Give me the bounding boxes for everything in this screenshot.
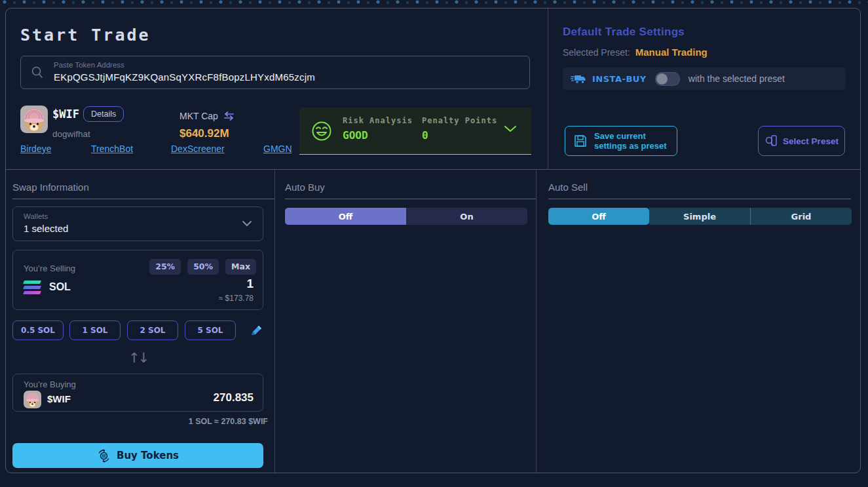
risk-analysis-label: Risk Analysis [343, 116, 413, 125]
truck-icon [571, 73, 586, 85]
auto-sell-segmented-control: Off Simple Grid [548, 208, 852, 225]
insta-buy-toggle[interactable] [655, 72, 680, 86]
chevron-down-icon[interactable] [504, 125, 517, 133]
chip-25[interactable]: 25% [149, 259, 181, 275]
quick-amount-0.5sol[interactable]: 0.5 SOL [12, 321, 64, 340]
auto-sell-grid[interactable]: Grid [750, 208, 852, 225]
selected-preset-value: Manual Trading [635, 47, 708, 58]
link-dexscreener[interactable]: DexScreener [171, 144, 225, 154]
buy-tokens-label: Buy Tokens [117, 450, 179, 461]
toggle-knob [656, 73, 668, 85]
auto-sell-section: Auto Sell Off Simple Grid [537, 170, 860, 473]
selling-label: You’re Selling [24, 263, 75, 273]
sell-amount-value[interactable]: 1 [246, 277, 254, 291]
pencil-icon[interactable] [249, 323, 263, 338]
insta-buy-suffix: with the selected preset [689, 73, 785, 84]
default-trade-settings-section: Default Trade Settings Selected Preset:M… [548, 9, 860, 169]
token-avatar [20, 106, 48, 133]
save-button-label: Save current settings as preset [594, 131, 667, 151]
wallets-label: Wallets [24, 212, 48, 220]
auto-buy-off[interactable]: Off [285, 208, 406, 225]
auto-sell-off[interactable]: Off [548, 208, 649, 225]
auto-buy-header: Auto Buy [285, 182, 536, 199]
quick-amount-2sol[interactable]: 2 SOL [127, 321, 178, 340]
risk-analysis-value: GOOD [343, 129, 413, 142]
link-gmgn[interactable]: GMGN [263, 144, 292, 154]
selected-preset: Selected Preset:Manual Trading [563, 47, 708, 58]
mkt-cap-text: MKT Cap [179, 111, 218, 121]
insta-buy-row: INSTA-BUY with the selected preset [563, 68, 846, 90]
sell-percent-chips: 25% 50% Max [149, 259, 256, 275]
swap-information-section: Swap Information Wallets 1 selected You’… [6, 170, 274, 473]
quick-amount-1sol[interactable]: 1 SOL [69, 321, 121, 340]
token-address-value: EKpQGSJtjMFqKZ9KQanSqYXRcF8fBopzLHYxdM65… [54, 71, 315, 83]
smiley-icon [311, 120, 333, 142]
save-button-line2: settings as preset [594, 141, 667, 151]
save-icon [573, 134, 588, 148]
start-trade-section: Start Trade Paste Token Address EKpQGSJt… [6, 9, 548, 169]
penalty-points-label: Penalty Points [422, 116, 497, 125]
buying-label: You’re Buying [24, 380, 76, 389]
token-address-input[interactable]: Paste Token Address EKpQGSJtjMFqKZ9KQanS… [20, 56, 530, 89]
external-links: Birdeye TrenchBot DexScreener GMGN [20, 144, 295, 157]
token-symbol: $WIF [52, 107, 79, 121]
section-title: Default Trade Settings [563, 26, 685, 39]
wallets-dropdown[interactable]: Wallets 1 selected [12, 206, 263, 241]
coin-swap-icon [97, 449, 111, 463]
quick-amount-row: 0.5 SOL 1 SOL 2 SOL 5 SOL [12, 321, 263, 340]
select-preset-button[interactable]: Select Preset [758, 126, 845, 156]
risk-analysis-block: Risk Analysis GOOD [343, 116, 413, 142]
exchange-rate: 1 SOL ≈ 270.83 $WIF [189, 417, 268, 426]
link-trenchbot[interactable]: TrenchBot [91, 144, 133, 154]
top-row: Start Trade Paste Token Address EKpQGSJt… [6, 9, 860, 170]
chip-max[interactable]: Max [225, 259, 256, 275]
select-preset-label: Select Preset [783, 136, 839, 146]
penalty-points-block: Penalty Points 0 [422, 116, 497, 142]
buy-token-symbol: $WIF [47, 393, 71, 404]
auto-buy-on[interactable]: On [406, 208, 527, 225]
penalty-points-value: 0 [422, 129, 497, 142]
main-panel: Start Trade Paste Token Address EKpQGSJt… [5, 8, 861, 473]
mkt-cap-value: $640.92M [179, 127, 229, 140]
select-preset-icon [764, 134, 778, 147]
quick-amount-5sol[interactable]: 5 SOL [185, 321, 236, 340]
swap-information-header: Swap Information [12, 182, 274, 199]
page-title: Start Trade [20, 26, 151, 45]
swap-horizontal-icon[interactable] [223, 111, 235, 121]
save-button-line1: Save current [594, 131, 646, 141]
token-avatar-small [24, 391, 41, 408]
selected-preset-label: Selected Preset: [563, 47, 630, 58]
search-icon [30, 66, 45, 80]
wallets-value: 1 selected [24, 223, 68, 234]
swap-vertical-icon[interactable]: ↑↓ [6, 350, 270, 366]
selling-box: You’re Selling 25% 50% Max SOL 1 ≈ $173.… [12, 250, 263, 310]
details-button[interactable]: Details [83, 106, 124, 122]
sell-usd-estimate: ≈ $173.78 [219, 294, 254, 303]
auto-buy-section: Auto Buy Off On [274, 170, 537, 473]
solana-icon [24, 281, 41, 295]
buy-tokens-button[interactable]: Buy Tokens [12, 443, 263, 468]
save-preset-button[interactable]: Save current settings as preset [565, 126, 677, 156]
bottom-row: Swap Information Wallets 1 selected You’… [6, 170, 860, 473]
insta-buy-label: INSTA-BUY [592, 74, 647, 84]
link-birdeye[interactable]: Birdeye [20, 144, 51, 154]
auto-sell-simple[interactable]: Simple [649, 208, 750, 225]
auto-sell-header: Auto Sell [548, 182, 851, 199]
token-name: dogwifhat [52, 129, 90, 139]
risk-analysis-panel: Risk Analysis GOOD Penalty Points 0 [299, 107, 531, 155]
token-address-placeholder: Paste Token Address [54, 61, 124, 69]
auto-buy-segmented-control: Off On [285, 208, 527, 225]
chevron-down-icon [242, 220, 252, 227]
buying-box: You’re Buying $WIF 270.835 [12, 374, 263, 412]
mkt-cap-label: MKT Cap [179, 111, 235, 121]
buy-amount-value: 270.835 [214, 391, 254, 404]
chip-50[interactable]: 50% [187, 259, 219, 275]
sell-token-symbol: SOL [49, 281, 71, 293]
